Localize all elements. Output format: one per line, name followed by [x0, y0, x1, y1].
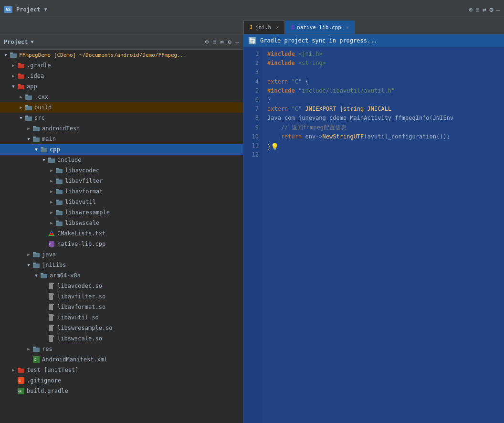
test-label: test [unitTest] — [27, 367, 78, 373]
tab-native-lib-cpp[interactable]: C native-lib.cpp × — [285, 21, 355, 34]
tree-item-libswscale-so[interactable]: ▶ libswscale.so — [0, 333, 243, 344]
main-arrow: ▼ — [25, 137, 32, 141]
code-line-3 — [267, 68, 499, 77]
tab-jni-h-close[interactable]: × — [276, 25, 279, 30]
svg-rect-23 — [56, 168, 59, 169]
svg-rect-27 — [56, 189, 59, 190]
cmake-file-icon — [48, 231, 55, 236]
tree-item-gitignore[interactable]: ▶ G .gitignore — [0, 375, 243, 386]
code-editor[interactable]: 1 2 3 4 5 6 7 8 9 10 11 12 #includ — [243, 47, 504, 423]
code-lines[interactable]: #include <jni.h> #include <string> exter… — [262, 47, 504, 423]
structure-icon[interactable]: ≡ — [475, 6, 479, 13]
tree-item-libavutil-so[interactable]: ▶ libavutil.so — [0, 312, 243, 323]
gradle-status-text: Gradle project sync in progress... — [260, 37, 378, 44]
main-label: main — [42, 136, 56, 142]
sidebar-close-icon[interactable]: — — [235, 38, 239, 45]
tree-item-androidtest[interactable]: ▶ androidTest — [0, 123, 243, 134]
project-root[interactable]: ▼ FFmpegDemo [CDemo] ~/Documents/android… — [0, 50, 243, 60]
tree-item-libavcodec-so[interactable]: ▶ libavcodec.so — [0, 281, 243, 291]
cpp-folder-label: cpp — [50, 146, 60, 153]
svg-rect-51 — [49, 314, 53, 321]
tree-item-libswresample[interactable]: ▶ libswresample — [0, 207, 243, 218]
tree-item-include[interactable]: ▼ include ← — [0, 155, 243, 165]
idea-label: .idea — [27, 73, 44, 79]
tree-item-app[interactable]: ▼ app — [0, 81, 243, 92]
svg-rect-31 — [56, 210, 59, 212]
sidebar-settings-icon[interactable]: ⚙ — [228, 38, 231, 45]
so1-icon — [48, 283, 55, 289]
app-icon: AS — [4, 6, 12, 13]
svg-rect-8 — [25, 95, 32, 100]
cxx-label: .cxx — [34, 94, 48, 100]
tree-item-test[interactable]: ▶ test [unitTest] — [0, 365, 243, 375]
sidebar-scope-icon[interactable]: ⊕ — [205, 38, 209, 45]
svg-rect-16 — [33, 137, 40, 142]
java-folder-icon — [32, 252, 40, 257]
tree-item-buildgradle[interactable]: ▶ GR build.gradle — [0, 386, 243, 396]
tree-item-manifest[interactable]: ▶ X AndroidManifest.xml — [0, 354, 243, 365]
tree-item-libswscale[interactable]: ▶ libswscale — [0, 218, 243, 228]
tree-item-arm64[interactable]: ▼ arm64-v8a — [0, 270, 243, 281]
tree-item-cpp[interactable]: ▼ cpp — [0, 144, 243, 155]
tree-item-cmakelists[interactable]: ▶ CMakeLists.txt — [0, 228, 243, 239]
sidebar-filter-icon[interactable]: ⇄ — [220, 38, 224, 45]
tree-item-libavfilter[interactable]: ▶ libavfilter — [0, 176, 243, 186]
manifest-icon: X — [32, 357, 40, 362]
svg-rect-13 — [25, 116, 28, 117]
settings-icon[interactable]: ⚙ — [489, 6, 493, 13]
tree-item-libavfilter-so[interactable]: ▶ libavfilter.so — [0, 291, 243, 302]
svg-rect-30 — [56, 211, 63, 215]
tree-item-libavutil[interactable]: ▶ libavutil — [0, 197, 243, 207]
main-folder-icon — [32, 136, 40, 142]
svg-rect-28 — [56, 201, 63, 205]
libavutil-arrow: ▶ — [48, 200, 55, 204]
sidebar-list-icon[interactable]: ≡ — [213, 38, 217, 45]
sidebar-dropdown[interactable]: ▼ — [31, 39, 34, 44]
sync2-icon[interactable]: ⇄ — [483, 6, 486, 13]
tree-item-libswresample-so[interactable]: ▶ libswresample.so — [0, 323, 243, 333]
include-label: include — [57, 157, 82, 163]
code-line-4: extern "C" { — [267, 77, 499, 86]
gradle-status-bar: 🔄 Gradle project sync in progress... — [243, 34, 504, 47]
tree-item-libavformat-so[interactable]: ▶ libavformat.so — [0, 302, 243, 312]
include-arrow: ▼ — [40, 158, 48, 162]
minimize-icon[interactable]: — — [496, 6, 500, 13]
tree-item-build[interactable]: ▶ build — [0, 102, 243, 113]
tab-jni-h[interactable]: J jni.h × — [243, 21, 285, 34]
svg-rect-29 — [56, 200, 59, 201]
svg-marker-48 — [53, 293, 54, 295]
root-label: FFmpegDemo [CDemo] ~/Documents/android/D… — [19, 52, 187, 58]
svg-marker-56 — [53, 335, 54, 337]
tab-native-lib-close[interactable]: × — [346, 25, 349, 30]
svg-rect-43 — [41, 274, 47, 278]
include-folder-icon — [48, 157, 55, 163]
tree-item-nativelib[interactable]: ▶ C native-lib.cpp — [0, 239, 243, 249]
sidebar-toolbar: ⊕ ≡ ⇄ ⚙ — — [205, 38, 239, 45]
tree-item-src[interactable]: ▼ src — [0, 113, 243, 123]
tree-item-java[interactable]: ▶ java — [0, 249, 243, 260]
cxx-arrow: ▶ — [17, 95, 25, 99]
cxx-folder-icon — [25, 94, 32, 100]
code-line-9: // 返回ffmpeg配置信息 — [267, 123, 499, 132]
dropdown-arrow[interactable]: ▼ — [44, 7, 47, 12]
tree-item-libavcodec[interactable]: ▶ libavcodec — [0, 165, 243, 176]
res-folder-icon — [32, 346, 40, 352]
res-arrow: ▶ — [25, 347, 32, 351]
svg-rect-18 — [41, 148, 47, 152]
svg-rect-33 — [56, 221, 59, 222]
cpp-file-icon: C — [48, 241, 55, 247]
so5-icon — [48, 325, 55, 331]
tree-item-gradle-folder[interactable]: ▶ .gradle — [0, 60, 243, 71]
svg-text:GR: GR — [18, 390, 22, 393]
tree-item-libavformat[interactable]: ▶ libavformat — [0, 186, 243, 197]
tree-item-res[interactable]: ▶ res — [0, 344, 243, 354]
libavformat-so-label: libavformat.so — [57, 304, 105, 310]
tree-item-main[interactable]: ▼ main — [0, 134, 243, 144]
code-line-11: }💡 — [267, 141, 499, 152]
tree-item-jnilibs[interactable]: ▼ jniLibs ← — [0, 260, 243, 270]
main-layout: J jni.h × C native-lib.cpp × Project ▼ ⊕ — [0, 19, 504, 423]
sync-icon[interactable]: ⊕ — [469, 6, 472, 13]
tree-item-cxx[interactable]: ▶ .cxx — [0, 92, 243, 102]
java-arrow: ▶ — [25, 252, 32, 257]
tree-item-idea[interactable]: ▶ .idea — [0, 71, 243, 81]
